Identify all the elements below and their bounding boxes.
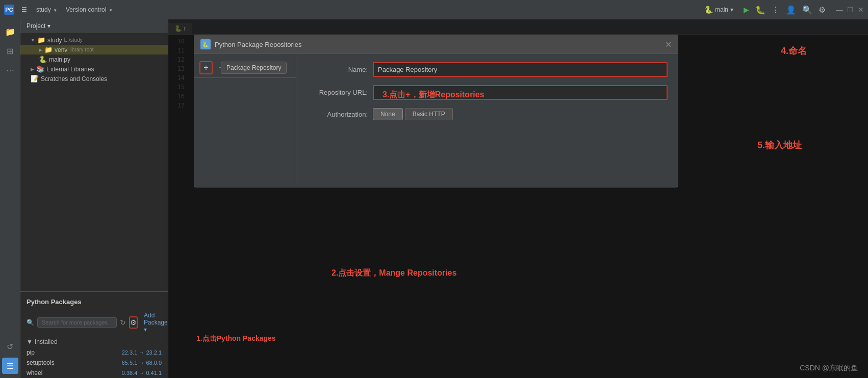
auth-row: Authorization: None Basic HTTP	[307, 108, 668, 120]
sidebar-icons: 📁 ⊞ ⋯ ↺ ☰	[0, 19, 20, 378]
auth-label: Authorization:	[307, 111, 373, 118]
lib-icon: 📚	[36, 65, 44, 73]
project-menu[interactable]: study ▾	[32, 5, 61, 14]
sidebar-bottom: ↺ ☰	[2, 338, 18, 378]
app-icon: PC	[4, 5, 14, 15]
packages-title: Python Packages	[20, 296, 168, 309]
package-repository-tooltip: Package Repository	[221, 62, 287, 74]
auth-basic-http-button[interactable]: Basic HTTP	[405, 108, 453, 120]
maximize-button[interactable]: ☐	[847, 6, 854, 14]
installed-header: ▼ Installed	[20, 336, 168, 347]
list-item: pip 22.3.1 → 23.2.1	[22, 347, 166, 358]
pkg-version: 65.5.1 → 68.0.0	[122, 360, 162, 366]
dialog-overlay: 🐍 Python Package Repositories ✕ + − Pack…	[168, 19, 868, 378]
settings-icon[interactable]: ⚙	[819, 5, 826, 15]
tree-item-venv[interactable]: ▶ 📁 venv library root	[20, 45, 168, 55]
project-panel: Project ▾ ▼ 📁 study E:\study ▶ 📁 venv li…	[20, 19, 168, 378]
packages-toolbar: 🔍 ↻ ⚙ Add Package ▾	[20, 309, 168, 336]
add-package-label: Add Package ▾	[144, 312, 168, 333]
run-button[interactable]: ▶	[744, 6, 749, 14]
scratches-icon: 📝	[31, 75, 39, 83]
main-py: main.py	[49, 56, 70, 63]
packages-panel: Python Packages 🔍 ↻ ⚙ Add Package ▾ ▼ In…	[20, 291, 168, 378]
installed-label: Installed	[35, 338, 58, 345]
dialog-title: Python Package Repositories	[215, 41, 302, 48]
tree-item-study[interactable]: ▼ 📁 study E:\study	[20, 35, 168, 45]
expand-arrow: ▶	[31, 67, 34, 72]
minimize-button[interactable]: —	[836, 6, 843, 14]
folder-icon: 📁	[44, 46, 53, 53]
folder-icon: 📁	[37, 36, 45, 44]
name-form-row: Name:	[307, 62, 668, 77]
run-chevron: ▾	[730, 6, 733, 13]
window-controls: — ☐ ✕	[836, 6, 864, 14]
titlebar-menu: ☰ study ▾ Version control ▾	[17, 5, 116, 14]
main-layout: 📁 ⊞ ⋯ ↺ ☰ Project ▾ ▼ 📁 study E:\study ▶…	[0, 19, 868, 378]
sidebar-git-icon[interactable]: ↺	[2, 338, 18, 355]
repo-url-form-row: Repository URL:	[307, 85, 668, 100]
debug-icon[interactable]: 🐛	[755, 5, 765, 15]
tree-item-ext-libs[interactable]: ▶ 📚 External Libraries	[20, 64, 168, 74]
package-list: pip 22.3.1 → 23.2.1 setuptools 65.5.1 → …	[20, 347, 168, 378]
dialog-close-button[interactable]: ✕	[665, 40, 672, 49]
installed-arrow: ▼	[27, 338, 33, 345]
search-icon[interactable]: 🔍	[802, 5, 812, 15]
package-search-input[interactable]	[37, 317, 117, 328]
repo-url-input[interactable]	[373, 85, 668, 100]
python-package-repos-dialog: 🐍 Python Package Repositories ✕ + − Pack…	[194, 35, 678, 187]
dialog-left-panel: + − Package Repository	[194, 54, 296, 186]
sidebar-more-icon[interactable]: ⋯	[2, 62, 18, 78]
project-header[interactable]: Project ▾	[20, 19, 168, 33]
project-tree: ▼ 📁 study E:\study ▶ 📁 venv library root…	[20, 33, 168, 291]
sidebar-project-icon[interactable]: 📁	[2, 23, 18, 40]
study-path: E:\study	[64, 37, 83, 43]
close-button[interactable]: ✕	[858, 6, 864, 14]
study-name: study	[47, 37, 62, 44]
list-item: wheel 0.38.4 → 0.41.1	[22, 368, 166, 378]
sidebar-structure-icon[interactable]: ⊞	[2, 43, 18, 59]
titlebar: PC ☰ study ▾ Version control ▾ 🐍 main ▾ …	[0, 0, 868, 19]
pkg-name: setuptools	[27, 359, 55, 366]
venv-name: venv	[55, 46, 67, 53]
pkg-name: wheel	[27, 369, 42, 376]
refresh-button[interactable]: ↻	[120, 316, 126, 329]
vcs-menu[interactable]: Version control ▾	[62, 5, 116, 14]
venv-badge: library root	[69, 47, 93, 52]
run-config[interactable]: 🐍 main ▾	[700, 5, 737, 15]
profile-icon[interactable]: 👤	[786, 5, 796, 15]
name-input[interactable]	[373, 62, 668, 77]
ext-libs-name: External Libraries	[46, 66, 94, 73]
expand-arrow: ▶	[39, 47, 42, 52]
more-actions-icon[interactable]: ⋮	[772, 5, 780, 15]
hamburger-menu[interactable]: ☰	[17, 5, 31, 14]
expand-arrow: ▼	[31, 38, 35, 43]
dialog-right-panel: Name: Repository URL: Authorization: Non…	[296, 54, 678, 186]
dialog-title-icon: 🐍	[200, 39, 211, 49]
tree-item-main[interactable]: 🐍 main.py	[20, 55, 168, 64]
run-label: main	[715, 6, 728, 13]
sidebar-packages-icon[interactable]: ☰	[2, 358, 18, 374]
add-repo-button[interactable]: +	[199, 61, 213, 74]
add-package-button[interactable]: Add Package ▾	[141, 311, 171, 334]
python-icon: 🐍	[704, 6, 713, 14]
titlebar-right: 🐍 main ▾ ▶ 🐛 ⋮ 👤 🔍 ⚙ — ☐ ✕	[700, 5, 864, 15]
project-title: Project ▾	[27, 22, 50, 30]
scratches-name: Scratches and Consoles	[41, 75, 107, 83]
pkg-name: pip	[27, 349, 35, 356]
name-label: Name:	[307, 66, 373, 73]
dialog-body: + − Package Repository Name: Repository …	[194, 54, 678, 186]
tree-item-scratches[interactable]: 📝 Scratches and Consoles	[20, 74, 168, 84]
pkg-version: 0.38.4 → 0.41.1	[122, 370, 162, 376]
repo-url-label: Repository URL:	[307, 89, 373, 96]
search-icon: 🔍	[27, 319, 34, 326]
auth-none-button[interactable]: None	[373, 108, 403, 120]
dialog-titlebar: 🐍 Python Package Repositories ✕	[194, 35, 678, 54]
list-item: setuptools 65.5.1 → 68.0.0	[22, 358, 166, 368]
py-file-icon: 🐍	[39, 56, 47, 63]
manage-repos-button[interactable]: ⚙	[129, 316, 138, 329]
editor-area: 🐍 r 10 11 12 13 14 15 16 17 🐍 Python Pac…	[168, 19, 868, 378]
pkg-version: 22.3.1 → 23.2.1	[122, 349, 162, 356]
